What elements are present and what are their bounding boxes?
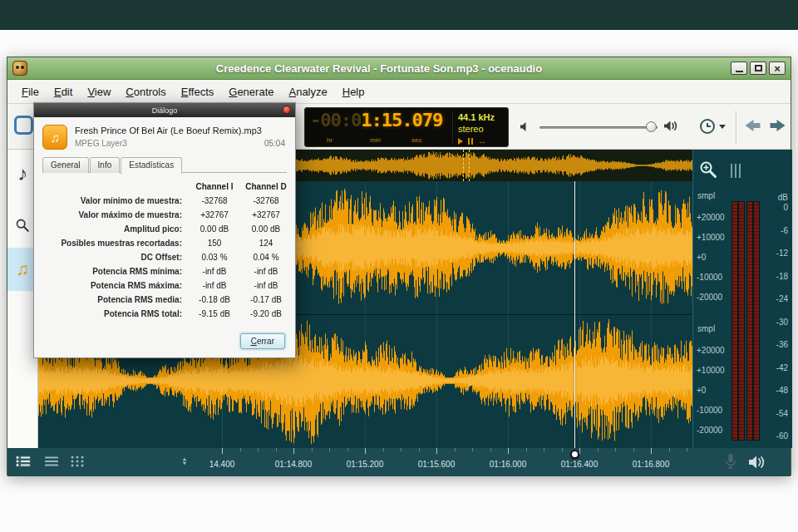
db-scale-label: -54 [776,409,788,418]
sample-scale-label: -10000 [697,273,722,282]
dialog-body: Fresh Prince Of Bel Air (Le Boeuf Remix)… [34,117,295,357]
dialog-tabs: GeneralInfoEstadísticas [42,157,287,173]
stats-value: 150 [189,236,240,250]
time-display: -00:01:15.079 hr min sec 44.1 kHz stereo [304,107,509,147]
timeline-tick [526,448,527,451]
undo-back-button[interactable] [741,116,762,135]
volume-slider-knob[interactable] [646,121,657,132]
menu-item-file[interactable]: File [14,86,47,98]
db-scale-label: -12 [776,249,788,258]
maximize-button[interactable] [750,62,766,75]
cerrar-button[interactable]: Cerrar [240,333,285,349]
volume-slider[interactable] [539,121,658,134]
db-scale-label: -60 [776,431,788,441]
timeline-tick [383,448,384,451]
clock-icon [700,119,715,134]
stats-value: -inf dB [240,264,292,278]
menu-item-edit[interactable]: Edit [47,86,80,98]
menu-item-help[interactable]: Help [335,86,372,98]
meter-bar [747,202,752,440]
lcd-divider [452,111,453,143]
playhead-handle[interactable] [570,450,579,459]
tab-info[interactable]: Info [90,157,121,173]
unit-sec-label: sec [411,136,421,144]
window-title: Creedence Clearwater Revival - Fortunate… [27,62,731,75]
timeline-label: 01:16.800 [633,460,670,469]
stats-value: -9.15 dB [189,307,240,321]
menu-item-analyze[interactable]: Analyze [281,86,334,98]
timeline-tick [490,448,491,451]
timeline-tick [633,448,634,451]
timeline-label: 01:16.000 [490,460,527,469]
microphone-icon[interactable] [724,453,737,470]
playhead-line[interactable] [574,181,575,448]
timeline-ruler[interactable]: 14.40001:14.80001:15.20001:15.60001:16.0… [38,448,692,476]
stats-row-label: Potencia RMS máxima: [42,278,189,293]
menu-item-view[interactable]: View [80,86,118,98]
dialog-close-icon[interactable] [283,106,291,114]
timeline-tick [615,448,616,451]
sample-scale-label: -20000 [697,426,722,435]
menu-item-effects[interactable]: Effects [174,86,222,98]
timeline-tick [365,448,366,454]
menu-bar: FileEditViewControlsEffectsGenerateAnaly… [7,80,791,104]
stats-value: -0.18 dB [189,293,240,307]
tab-general[interactable]: General [42,157,89,173]
sample-rate-label: 44.1 kHz [458,112,495,122]
stats-value: +32767 [189,208,240,222]
minimize-button[interactable] [731,62,747,75]
meter-bar [754,202,759,440]
redo-forward-button[interactable] [768,116,789,135]
volume-low-icon [520,121,530,132]
list-view-icon[interactable] [16,456,31,467]
timeline-tick [293,448,294,454]
stats-table: Channel IChannel DValor mínimo de muestr… [42,180,287,321]
overview-selection-marker[interactable] [463,150,470,181]
db-scale-label: -6 [781,226,788,235]
stats-corner-cell [42,180,189,194]
db-scale-label: -18 [776,272,788,281]
menu-item-controls[interactable]: Controls [118,86,173,98]
file-duration: 05:04 [264,139,287,148]
panel-grip-handle[interactable] [731,164,742,178]
selection-tool-icon[interactable] [14,116,33,135]
sample-scale-label: -10000 [697,406,722,415]
volume-high-icon [663,120,678,132]
desktop: Creedence Clearwater Revival - Fortunate… [0,0,798,532]
timeline-tick [562,448,563,451]
stats-row-label: Potencia RMS media: [42,293,189,307]
play-state-icon [458,138,463,145]
stats-value: -9.20 dB [240,307,292,321]
stats-row-label: Valor máximo de muestra: [42,208,189,222]
timeline-tick [579,448,580,454]
stats-value: +32767 [240,208,292,222]
zoom-in-icon[interactable] [699,160,717,179]
timeline-tick [669,448,670,451]
close-icon [774,63,781,74]
time-format-button[interactable] [700,116,733,137]
db-scale-label: -36 [776,340,788,349]
stats-value: -inf dB [240,278,292,293]
unit-min-label: min [370,136,381,144]
menu-item-generate[interactable]: Generate [221,86,281,98]
sample-scale-top: smpl+20000+10000+0-10000-20000 [696,191,736,316]
timeline-tick [455,448,456,451]
channel-mode-label: stereo [458,124,484,134]
stats-column-header: Channel I [189,180,240,194]
speaker-icon[interactable] [747,454,767,470]
volume-slider-track [539,126,658,129]
timeline-label: 01:16.400 [561,460,598,469]
window-controls [731,62,786,75]
close-button[interactable] [769,62,786,75]
timeline-label: 14.400 [209,460,235,469]
tab-estadísticas[interactable]: Estadísticas [121,157,182,174]
stats-value: -32768 [240,194,292,208]
stats-row-label: Potencia RMS mínima: [42,264,189,278]
meter-panel: smpl+20000+10000+0-10000-20000 smpl+2000… [692,150,792,448]
time-digits-dim: -00:0 [310,110,361,131]
db-label: dB [778,193,788,202]
stats-value: -0.17 dB [240,293,292,307]
status-bar: 14.40001:14.80001:15.20001:15.60001:16.0… [7,448,791,476]
db-scale-label: 0 [783,203,788,212]
stats-row-label: Valor mínimo de muestra: [42,194,189,208]
